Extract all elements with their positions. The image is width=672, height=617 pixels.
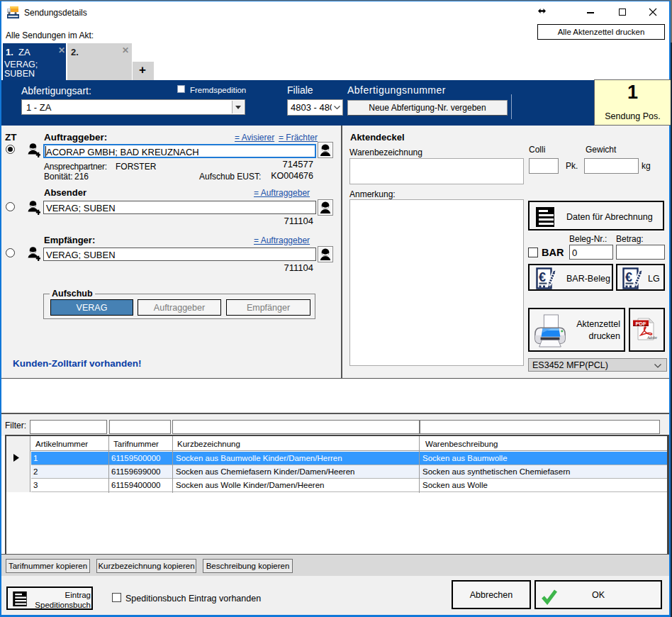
svg-text:Adobe: Adobe bbox=[646, 335, 658, 340]
svg-text:PDF: PDF bbox=[636, 321, 646, 327]
